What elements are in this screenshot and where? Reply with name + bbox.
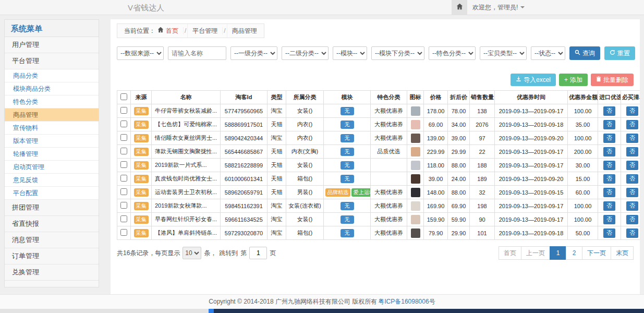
module-badge: 无 (341, 215, 354, 224)
import-select-cell: 否 (598, 226, 621, 240)
source-cell: 采集 (131, 159, 152, 172)
page-button[interactable]: 下一页 (582, 246, 611, 260)
sidebar-subitem[interactable]: 版本管理 (5, 135, 99, 148)
import-select-toggle[interactable]: 否 (603, 215, 615, 224)
sidebar-item[interactable]: 平台管理 (5, 53, 99, 69)
import-select-toggle[interactable]: 否 (603, 201, 615, 211)
products-table: 来源名称淘客Id类型所属分类模块特色分类图标价格折后价销售数量优惠券时间优惠券金… (117, 90, 640, 240)
module-badge: 无 (341, 161, 354, 170)
row-checkbox[interactable] (120, 121, 127, 127)
row-checkbox[interactable] (120, 175, 127, 182)
must-buy-toggle[interactable]: 否 (626, 147, 638, 156)
thumbnail-cell (407, 213, 424, 226)
must-buy-toggle[interactable]: 否 (626, 106, 638, 116)
row-checkbox[interactable] (120, 107, 127, 114)
sidebar-subitem[interactable]: 模块商品分类 (5, 82, 99, 95)
page-button[interactable]: 首页 (499, 246, 521, 260)
discount-price: 88.00 (448, 159, 470, 172)
user-menu[interactable]: 欢迎您，管理员! (467, 0, 530, 15)
filter-feature-category[interactable]: --特色分类-- (429, 46, 476, 60)
filter-level2-category[interactable]: --二级分类-- (282, 46, 329, 60)
coupon-time: 2019-09-13—2019-09-17 (495, 104, 568, 118)
home-button[interactable] (452, 0, 467, 15)
import-select-toggle[interactable]: 否 (603, 188, 615, 197)
sidebar-subitem[interactable]: 平台配置 (5, 187, 99, 200)
import-select-toggle[interactable]: 否 (603, 147, 615, 156)
page-button[interactable]: 上一页 (521, 246, 550, 260)
page-size-select[interactable]: 10 (183, 247, 201, 259)
must-buy-toggle[interactable]: 否 (626, 134, 638, 143)
must-buy-toggle[interactable]: 否 (626, 201, 638, 211)
import-select-toggle[interactable]: 否 (603, 174, 615, 184)
filter-status[interactable]: --状态-- (531, 46, 565, 60)
batch-delete-button[interactable]: 批量删除 (591, 74, 634, 86)
select-all-checkbox[interactable] (120, 93, 127, 100)
row-checkbox[interactable] (120, 202, 127, 209)
import-excel-button[interactable]: 导入excel (511, 74, 556, 86)
import-select-toggle[interactable]: 否 (603, 120, 615, 129)
import-excel-label: 导入excel (524, 76, 551, 85)
icp-link[interactable]: 粤ICP备16098006号 (378, 297, 435, 306)
import-select-toggle[interactable]: 否 (603, 134, 615, 143)
sidebar-item[interactable]: 消息管理 (5, 232, 99, 248)
must-buy-toggle[interactable]: 否 (626, 228, 638, 238)
sidebar-item[interactable]: 拼团管理 (5, 200, 99, 216)
import-select-toggle[interactable]: 否 (603, 106, 615, 116)
row-checkbox[interactable] (120, 148, 127, 154)
row-checkbox[interactable] (120, 215, 127, 222)
filter-level1-category[interactable]: --一级分类-- (230, 46, 277, 60)
sidebar-subitem[interactable]: 意见反馈 (5, 174, 99, 187)
page-button[interactable]: 1 (550, 246, 566, 260)
import-select-toggle[interactable]: 否 (603, 161, 615, 170)
sidebar-item[interactable]: 用户管理 (5, 37, 99, 53)
source-cell: 采集 (131, 186, 152, 199)
import-select-toggle[interactable]: 否 (603, 228, 615, 238)
must-buy-toggle[interactable]: 否 (626, 120, 638, 129)
breadcrumb-home-link[interactable]: 首页 (166, 24, 178, 38)
column-header: 价格 (424, 91, 448, 104)
must-buy-toggle[interactable]: 否 (626, 188, 638, 197)
row-checkbox[interactable] (120, 188, 127, 195)
must-buy-cell: 否 (621, 199, 640, 213)
taoke-id: 588869917501 (221, 118, 268, 131)
product-thumbnail (411, 134, 420, 143)
coupon-amount: 60.00 (568, 186, 598, 199)
row-checkbox[interactable] (120, 229, 127, 236)
sidebar-item[interactable]: 省直快报 (5, 216, 99, 232)
product-category: 箱包() (286, 226, 324, 240)
must-buy-toggle[interactable]: 否 (626, 215, 638, 224)
sidebar-item[interactable]: 订单管理 (5, 248, 99, 264)
sidebar-subitem[interactable]: 商品分类 (5, 69, 99, 82)
must-buy-toggle[interactable]: 否 (626, 161, 638, 170)
product-thumbnail (411, 120, 420, 129)
module-badges-cell: 无 (324, 199, 371, 213)
jump-page-input[interactable] (249, 247, 267, 259)
reset-button[interactable]: 重置 (604, 46, 635, 60)
sidebar-subitem[interactable]: 特色分类 (5, 95, 99, 109)
module-badges-cell: 无 (324, 172, 371, 186)
sidebar-item[interactable]: 兑换管理 (5, 264, 99, 281)
must-buy-cell: 否 (621, 145, 640, 159)
filter-item-type[interactable]: --宝贝类型-- (480, 46, 527, 60)
sidebar-subitem[interactable]: 商品管理 (5, 109, 99, 122)
sidebar-subitem[interactable]: 启动页管理 (5, 161, 99, 174)
page-button[interactable]: 末页 (611, 246, 634, 260)
taoke-id: 589042420344 (221, 131, 268, 145)
filter-module[interactable]: --模块-- (333, 46, 367, 60)
name-search-input[interactable] (168, 46, 226, 60)
product-type: 淘宝 (268, 226, 286, 240)
add-button[interactable]: + 添加 (559, 74, 588, 86)
filter-module-subcategory[interactable]: --模块下分类-- (371, 46, 424, 60)
module-badge: 无 (341, 148, 354, 156)
feature-category: 大额优惠券 (371, 213, 407, 226)
filter-data-source[interactable]: --数据来源-- (117, 46, 164, 60)
breadcrumb-item[interactable]: 平台管理 (187, 24, 222, 38)
checkbox-cell (117, 199, 131, 213)
row-checkbox[interactable] (120, 134, 127, 141)
row-checkbox[interactable] (120, 161, 127, 168)
must-buy-toggle[interactable]: 否 (626, 174, 638, 184)
page-button[interactable]: 2 (566, 246, 582, 260)
search-button[interactable]: 查询 (569, 46, 600, 60)
sidebar-subitem[interactable]: 轮播管理 (5, 148, 99, 161)
sidebar-subitem[interactable]: 宣传物料 (5, 122, 99, 135)
